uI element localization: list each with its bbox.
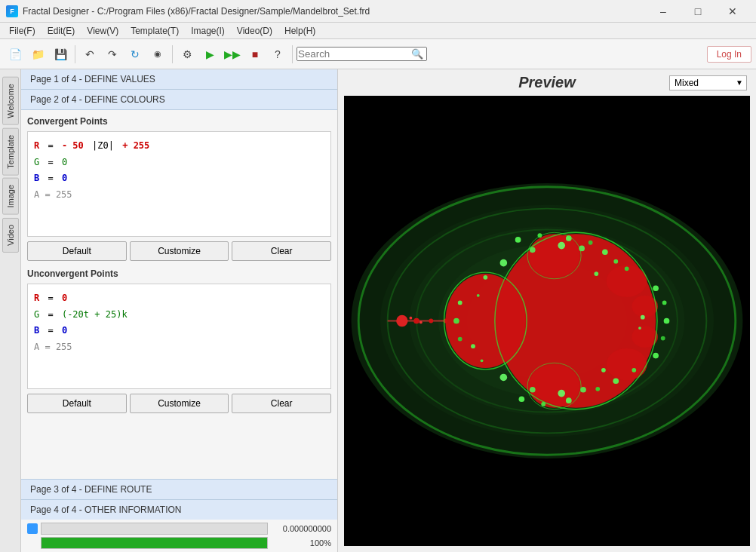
svg-point-27 <box>589 241 593 245</box>
stop-button[interactable]: ■ <box>244 44 266 65</box>
mixed-select[interactable]: Mixed Convergent Unconvergent <box>669 75 747 90</box>
svg-point-59 <box>641 315 645 320</box>
left-tab-panel: Welcome Template Image Video <box>0 69 21 552</box>
svg-point-30 <box>625 266 629 271</box>
unconv-customize-button[interactable]: Customize <box>130 394 229 413</box>
page2-item[interactable]: Page 2 of 4 - DEFINE COLOURS <box>21 90 337 110</box>
svg-point-44 <box>458 337 463 342</box>
toolbar: 📄 📁 💾 ↶ ↷ ↻ ◉ ⚙ ▶ ▶▶ ■ ? 🔍 Log In <box>0 39 756 69</box>
sep3 <box>292 45 293 63</box>
title-bar: F Fractal Designer - C:/Program Files (x… <box>0 0 756 23</box>
record-button[interactable]: ◉ <box>147 44 168 65</box>
progress-indicator-1 <box>27 523 38 534</box>
login-button[interactable]: Log In <box>707 46 751 63</box>
unconv-default-button[interactable]: Default <box>27 394 127 413</box>
unconv-line-g: G = (-20t + 25)k <box>34 307 324 324</box>
right-panel: Preview Mixed Convergent Unconvergent ▼ <box>338 69 756 552</box>
refresh-button[interactable]: ↻ <box>124 44 146 65</box>
fractal-image <box>344 96 750 546</box>
window-title: Fractal Designer - C:/Program Files (x86… <box>23 6 641 17</box>
search-input[interactable] <box>297 47 427 61</box>
svg-point-29 <box>613 259 618 264</box>
new-button[interactable]: 📄 <box>5 44 26 65</box>
conv-clear-button[interactable]: Clear <box>232 241 331 261</box>
open-button[interactable]: 📁 <box>27 44 48 65</box>
svg-point-24 <box>515 237 521 243</box>
unconvergent-title: Unconvergent Points <box>27 268 331 279</box>
unconvergent-formula-box: R = 0 G = (-20t + 25)k B = 0 A = 255 <box>27 284 331 389</box>
svg-point-35 <box>653 353 659 359</box>
menu-bar: File(F) Edit(E) View(V) Template(T) Imag… <box>0 23 756 39</box>
unconvergent-buttons: Default Customize Clear <box>27 394 331 413</box>
progress-track-1 <box>41 523 268 535</box>
conv-line-g: G = 0 <box>34 155 324 171</box>
fractal-canvas <box>344 96 750 546</box>
svg-point-34 <box>661 336 665 341</box>
menu-video[interactable]: Video(D) <box>231 24 278 38</box>
progress-value-2: 100% <box>271 538 331 547</box>
svg-point-12 <box>529 364 579 408</box>
progress-row-2: 100% <box>27 537 331 549</box>
svg-point-54 <box>477 294 480 297</box>
unconv-clear-button[interactable]: Clear <box>232 394 331 413</box>
minimize-button[interactable]: – <box>646 0 681 23</box>
tab-welcome[interactable]: Welcome <box>2 77 19 125</box>
svg-point-42 <box>458 301 463 305</box>
svg-point-41 <box>519 396 525 402</box>
preview-header: Preview Mixed Convergent Unconvergent ▼ <box>338 69 756 96</box>
unconv-line-r: R = 0 <box>34 290 324 307</box>
conv-default-button[interactable]: Default <box>27 241 127 261</box>
menu-file[interactable]: File(F) <box>3 24 41 38</box>
svg-point-51 <box>558 390 565 397</box>
mixed-dropdown: Mixed Convergent Unconvergent ▼ <box>669 75 747 90</box>
progress-value-1: 0.000000000 <box>271 524 331 533</box>
close-button[interactable]: ✕ <box>715 0 750 23</box>
conv-line-a: A = 255 <box>34 187 324 204</box>
play-button[interactable]: ▶ <box>199 44 220 65</box>
page3-item[interactable]: Page 3 of 4 - DEFINE ROUTE <box>21 479 337 499</box>
save-button[interactable]: 💾 <box>50 44 71 65</box>
tab-image[interactable]: Image <box>2 178 19 215</box>
menu-image[interactable]: Image(I) <box>185 24 231 38</box>
svg-point-20 <box>429 319 433 324</box>
progress-row-1: 0.000000000 <box>27 523 331 535</box>
menu-template[interactable]: Template(T) <box>124 24 185 38</box>
convergent-title: Convergent Points <box>27 116 331 127</box>
svg-point-22 <box>409 317 412 320</box>
menu-edit[interactable]: Edit(E) <box>41 24 81 38</box>
play-next-button[interactable]: ▶▶ <box>222 44 243 65</box>
settings-button[interactable]: ⚙ <box>177 44 198 65</box>
convergent-buttons: Default Customize Clear <box>27 241 331 261</box>
svg-point-50 <box>530 387 536 393</box>
content-area: Convergent Points R = - 50 |Z0| + 255 G … <box>21 110 337 479</box>
redo-button[interactable]: ↷ <box>102 44 123 65</box>
svg-point-57 <box>594 271 598 276</box>
tab-template[interactable]: Template <box>2 128 19 176</box>
unconv-line-a: A = 255 <box>34 339 324 356</box>
conv-customize-button[interactable]: Customize <box>130 241 229 261</box>
svg-point-18 <box>396 315 407 327</box>
svg-point-55 <box>471 344 475 348</box>
page4-item[interactable]: Page 4 of 4 - OTHER INFORMATION <box>21 499 337 520</box>
window-controls: – □ ✕ <box>646 0 750 23</box>
undo-button[interactable]: ↶ <box>79 44 100 65</box>
sep2 <box>172 45 173 63</box>
menu-help[interactable]: Help(H) <box>278 24 321 38</box>
maximize-button[interactable]: □ <box>681 0 715 23</box>
svg-point-19 <box>413 318 419 324</box>
svg-point-23 <box>419 321 423 324</box>
svg-point-43 <box>453 318 459 324</box>
main-layout: Welcome Template Image Video Page 1 of 4… <box>0 69 756 552</box>
svg-point-37 <box>613 378 619 384</box>
search-wrap: 🔍 <box>297 47 427 61</box>
page1-item[interactable]: Page 1 of 4 - DEFINE VALUES <box>21 69 337 90</box>
svg-point-14 <box>607 348 647 380</box>
progress-track-2 <box>41 537 268 549</box>
app-icon: F <box>6 5 18 17</box>
svg-point-15 <box>632 296 658 317</box>
tab-video[interactable]: Video <box>2 218 19 253</box>
svg-point-32 <box>662 301 667 305</box>
menu-view[interactable]: View(V) <box>81 24 124 38</box>
svg-point-47 <box>558 242 565 250</box>
help-button[interactable]: ? <box>267 44 288 65</box>
